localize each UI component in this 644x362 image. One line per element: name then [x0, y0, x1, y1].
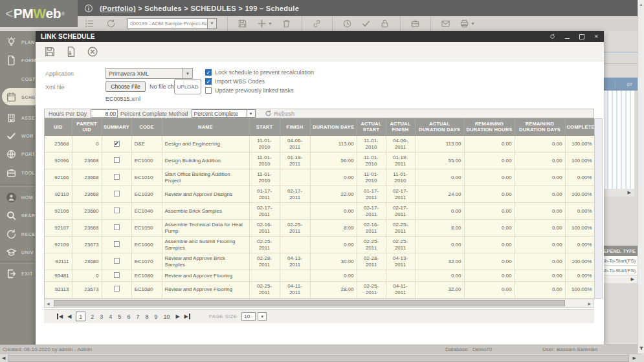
record-selector[interactable]: 000199 - ADM Sample Project-Sched ▼ — [128, 18, 217, 29]
summary-checkbox-unchecked[interactable] — [114, 174, 120, 180]
table-row[interactable]: 954810EC1080Review and Approve Flooring0… — [45, 270, 594, 282]
next-page-button[interactable]: ▶ — [175, 314, 179, 319]
column-header[interactable]: ACTUAL DURATION DAYS — [415, 118, 464, 136]
sidebar-item-cost[interactable]: COST — [0, 71, 36, 87]
page-number-5[interactable]: 5 — [118, 314, 121, 320]
page-number-2[interactable]: 2 — [91, 314, 94, 320]
column-header[interactable]: START — [249, 118, 280, 136]
summary-checkbox-unchecked[interactable] — [114, 272, 120, 278]
scroll-left-icon[interactable]: ◀ — [2, 356, 5, 361]
page-number-6[interactable]: 6 — [127, 314, 130, 320]
column-header[interactable]: COMPLETE — [565, 118, 594, 136]
checkbox-checked[interactable]: ✓ — [205, 78, 212, 85]
page-size-arrow-icon[interactable]: ▼ — [258, 312, 267, 321]
dialog-save-icon[interactable] — [44, 46, 56, 58]
window-vertical-scrollbar[interactable]: ▲ — [638, 0, 644, 354]
sidebar-item-portfolio[interactable]: PORT — [0, 146, 36, 162]
summary-checkbox-unchecked[interactable] — [114, 286, 120, 292]
dialog-maximize-button[interactable] — [579, 31, 584, 42]
table-row[interactable]: 9211023668EC1030Review and Approve Desig… — [45, 186, 594, 203]
summary-checkbox-checked[interactable]: ✔ — [114, 141, 120, 147]
sidebar-item-toolbox[interactable]: TOOL — [0, 165, 36, 180]
column-header[interactable]: REMAINING DURATION DAYS — [515, 118, 565, 136]
email-icon[interactable] — [441, 19, 450, 28]
percent-complete-method-arrow-icon[interactable]: ▼ — [247, 109, 256, 118]
lock-icon[interactable] — [380, 19, 390, 28]
list-icon[interactable] — [85, 19, 94, 28]
column-header[interactable]: UID — [45, 118, 72, 136]
sidebar-item-planning[interactable]: PLAN — [0, 34, 36, 50]
column-header[interactable]: PARENT UID — [72, 118, 102, 136]
column-header[interactable]: SUMMARY — [102, 118, 131, 136]
table-row[interactable]: 9210923673EC1060Assemble and Submit Floo… — [45, 237, 594, 253]
briefcase-icon[interactable] — [410, 19, 420, 28]
add-icon[interactable] — [257, 19, 267, 28]
approve-icon[interactable] — [361, 19, 371, 28]
prev-page-button[interactable]: ◀ — [67, 314, 71, 319]
refresh-button[interactable]: Refresh — [265, 110, 295, 117]
sidebar-item-workflow[interactable]: WOR — [0, 128, 36, 144]
summary-checkbox-unchecked[interactable] — [114, 241, 120, 247]
table-row[interactable]: 9216623668EC1010Start Office Building Ad… — [45, 169, 594, 186]
page-number-9[interactable]: 9 — [154, 314, 157, 320]
choose-file-button[interactable]: Choose File — [105, 81, 146, 92]
grid-scroll-right-icon[interactable]: ▶ — [588, 301, 591, 306]
page-number-4[interactable]: 4 — [109, 314, 112, 320]
page-number-7[interactable]: 7 — [136, 314, 139, 320]
sidebar-item-forms[interactable]: FORM — [0, 52, 36, 68]
checkbox-unchecked[interactable] — [205, 87, 212, 94]
last-page-button[interactable]: ▶ — [184, 314, 190, 319]
print-icon[interactable] — [460, 19, 469, 28]
info-icon[interactable] — [84, 4, 93, 13]
percent-complete-method-select[interactable]: Percent Complete ▼ — [192, 109, 256, 118]
delete-icon[interactable] — [282, 19, 291, 28]
sidebar-item-search[interactable]: SEAR — [0, 208, 36, 223]
summary-checkbox-unchecked[interactable] — [114, 157, 120, 163]
print-caret-icon[interactable]: ▼ — [471, 21, 475, 26]
breadcrumb-portfolio-link[interactable]: (Portfolio) — [100, 5, 136, 12]
upload-button[interactable]: UPLOAD — [174, 79, 201, 94]
page-number-10[interactable]: 10 — [163, 314, 170, 320]
summary-checkbox-unchecked[interactable] — [114, 258, 120, 264]
table-row[interactable]: 9210623680EC1040Assemble Brick Samples02… — [45, 203, 594, 220]
column-header[interactable]: DURATION DAYS — [310, 118, 357, 136]
table-row[interactable]: 9210723668EC1050Assemble Technical Data … — [45, 220, 594, 237]
sidebar-item-recent[interactable]: RECE — [0, 226, 36, 242]
column-header[interactable]: FINISH — [280, 118, 310, 136]
column-header[interactable]: ACTUAL FINISH — [386, 118, 415, 136]
link-icon[interactable] — [312, 19, 322, 28]
dialog-refresh-button[interactable] — [550, 31, 555, 42]
page-size-select[interactable]: 10 ▼ — [241, 312, 267, 321]
grid-scroll-left-icon[interactable]: ◀ — [47, 301, 50, 306]
scroll-right-icon[interactable]: ▶ — [631, 277, 634, 282]
record-selector-arrow-icon[interactable]: ▼ — [208, 18, 217, 29]
page-number-1[interactable]: 1 — [76, 312, 85, 321]
grid-scrollbar-thumb[interactable] — [54, 300, 565, 306]
sidebar-item-university[interactable]: UNIV — [0, 244, 36, 260]
window-horizontal-scrollbar[interactable]: ◀ ▶ — [0, 354, 644, 362]
record-selector-value[interactable]: 000199 - ADM Sample Project-Sched — [128, 18, 208, 29]
percent-complete-method-value[interactable]: Percent Complete — [192, 109, 247, 118]
page-size-value[interactable]: 10 — [241, 312, 256, 321]
application-select-value[interactable]: Primavera XML — [105, 68, 183, 79]
scroll-right-icon[interactable]: ▶ — [628, 190, 631, 195]
page-number-8[interactable]: 8 — [145, 314, 148, 320]
checkbox-checked[interactable]: ✓ — [205, 69, 212, 76]
application-select[interactable]: Primavera XML ▼ — [105, 68, 193, 79]
summary-checkbox-unchecked[interactable] — [114, 208, 120, 213]
grid-horizontal-scrollbar[interactable]: ◀ ▶ — [44, 299, 594, 308]
dialog-minimize-button[interactable] — [565, 31, 570, 42]
application-select-arrow-icon[interactable]: ▼ — [183, 68, 193, 79]
clock-icon[interactable] — [342, 19, 352, 28]
save-icon[interactable] — [238, 19, 247, 28]
table-row[interactable]: 9211123680EC1070Review and Approve Brick… — [45, 253, 594, 270]
window-scrollbar-thumb[interactable] — [8, 355, 629, 362]
column-header[interactable]: CODE — [131, 118, 162, 136]
table-row[interactable]: 9211323673EC1080Review and Approve Floor… — [45, 281, 594, 298]
page-number-3[interactable]: 3 — [100, 314, 103, 320]
grid-vertical-scrollbar[interactable] — [594, 118, 603, 299]
dialog-close-button[interactable]: ✕ — [594, 31, 599, 42]
undo-history-icon[interactable] — [106, 19, 116, 28]
first-page-button[interactable]: ◀ — [57, 314, 63, 319]
column-header[interactable]: NAME — [162, 118, 249, 136]
